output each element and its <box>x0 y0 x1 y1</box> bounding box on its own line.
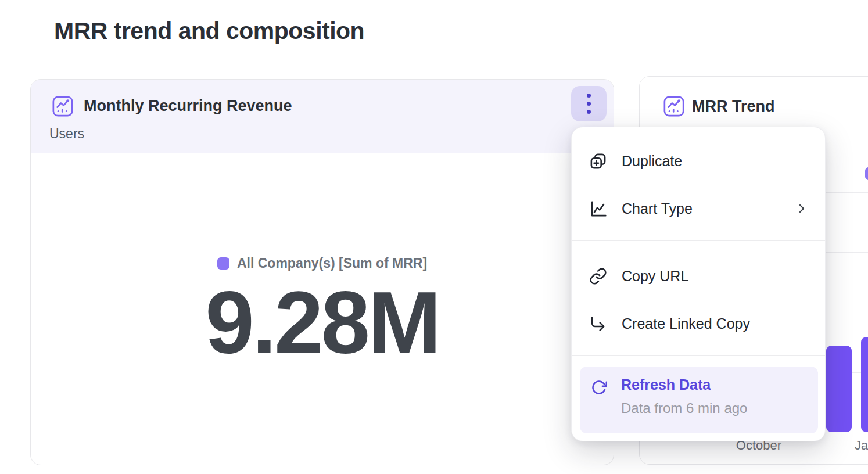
chart-type-icon <box>589 200 607 218</box>
mrr-card[interactable]: Monthly Recurring Revenue Users All Comp… <box>30 79 614 465</box>
menu-item-label: Duplicate <box>622 153 682 170</box>
linked-copy-icon <box>589 315 607 333</box>
bar-january-2[interactable] <box>861 337 868 432</box>
kebab-dot <box>587 94 591 98</box>
menu-divider <box>572 356 825 356</box>
menu-item-duplicate[interactable]: Duplicate <box>572 146 825 175</box>
chevron-right-icon <box>795 202 809 216</box>
menu-item-label: Chart Type <box>622 200 693 217</box>
menu-item-copy-url[interactable]: Copy URL <box>572 261 825 290</box>
refresh-data-sublabel: Data from 6 min ago <box>621 400 747 416</box>
menu-item-label: Copy URL <box>622 268 688 285</box>
mrr-legend: All Company(s) [Sum of MRR] <box>31 256 614 271</box>
refresh-data-label: Refresh Data <box>621 376 711 393</box>
mrr-trend-title: MRR Trend <box>692 98 775 116</box>
page-title: MRR trend and composition <box>54 17 364 45</box>
kebab-dot <box>587 110 591 114</box>
chart-tile-icon <box>52 95 74 117</box>
mrr-card-header: Monthly Recurring Revenue Users <box>31 80 614 153</box>
tile-context-menu: Duplicate Chart Type <box>571 127 826 441</box>
mrr-value: 9.28M <box>31 278 614 367</box>
duplicate-icon <box>589 152 607 170</box>
legend-swatch <box>217 257 229 270</box>
mrr-card-title: Monthly Recurring Revenue <box>84 97 292 115</box>
dashboard-page: MRR trend and composition Monthly Recurr… <box>0 0 868 474</box>
menu-item-label: Create Linked Copy <box>622 315 750 332</box>
mrr-card-subtitle: Users <box>49 126 84 142</box>
menu-item-refresh-data[interactable]: Refresh Data Data from 6 min ago <box>580 367 818 433</box>
refresh-icon <box>591 379 607 396</box>
bar-january-1[interactable] <box>826 346 852 432</box>
menu-item-create-linked-copy[interactable]: Create Linked Copy <box>572 309 825 338</box>
tile-options-button[interactable] <box>571 86 607 121</box>
kebab-dot <box>587 102 591 106</box>
menu-item-chart-type[interactable]: Chart Type <box>572 194 825 223</box>
menu-divider <box>572 240 825 241</box>
x-axis-label-january: January <box>855 438 868 453</box>
chart-tile-icon <box>663 95 685 117</box>
link-icon <box>589 267 607 285</box>
legend-label: All Company(s) [Sum of MRR] <box>237 256 427 271</box>
legend-swatch <box>865 167 868 180</box>
